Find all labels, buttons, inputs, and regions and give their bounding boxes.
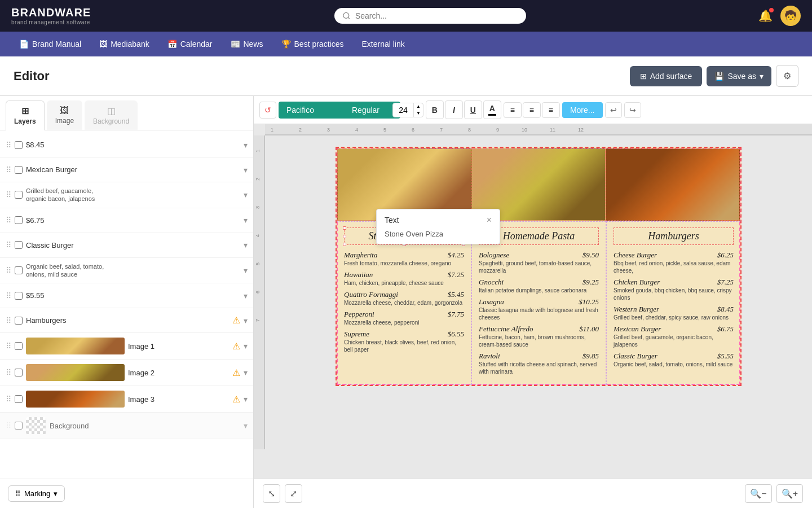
chevron-down-icon[interactable]: ▾: [244, 316, 248, 325]
svg-text:2: 2: [299, 127, 302, 133]
drag-handle-icon: ⠿: [6, 240, 11, 249]
nav-external-link[interactable]: External link: [354, 36, 412, 52]
refresh-button[interactable]: ↺: [259, 102, 276, 119]
tab-background[interactable]: ◫ Background: [85, 100, 138, 130]
bold-button[interactable]: B: [426, 100, 444, 119]
layer-item[interactable]: ⠿ Image 2 ⚠ ▾: [0, 360, 253, 386]
resize-handle-bl[interactable]: [343, 243, 346, 246]
layer-checkbox[interactable]: [15, 216, 23, 224]
menu-item-row: Western Burger$8.45 Grilled beef, chedda…: [614, 305, 734, 321]
canvas-viewport[interactable]: 1 2 3 4 5 6 7 8 9 10 11 12 1: [254, 124, 812, 479]
undo-button[interactable]: ↩: [605, 102, 622, 118]
resize-handle-ml[interactable]: [343, 235, 346, 238]
zoom-out-button[interactable]: 🔍−: [745, 484, 771, 503]
layer-item[interactable]: ⠿ Grilled beef, guacamole,organic bacon,…: [0, 182, 253, 208]
chevron-down-icon[interactable]: ▾: [244, 266, 248, 275]
drag-handle-icon: ⠿: [6, 291, 11, 300]
layer-name: Background: [50, 422, 240, 430]
chevron-down-icon[interactable]: ▾: [244, 291, 248, 300]
item-name: Gnocchi: [479, 278, 504, 287]
svg-text:6: 6: [412, 127, 414, 133]
chevron-down-icon[interactable]: ▾: [244, 240, 248, 249]
chevron-down-icon[interactable]: ▾: [244, 395, 248, 404]
nav-calendar[interactable]: 📅 Calendar: [160, 36, 220, 52]
item-price: $5.45: [448, 290, 464, 299]
chevron-down-icon[interactable]: ▾: [244, 368, 248, 377]
item-desc: Italian potatoe dumplings, sauce carbona…: [479, 287, 599, 294]
more-button[interactable]: More...: [562, 102, 603, 118]
notifications-button[interactable]: 🔔: [758, 9, 773, 23]
layer-item[interactable]: ⠿ Mexican Burger ▾: [0, 157, 253, 182]
layer-item[interactable]: ⠿ Organic beef, salad, tomato,onions, mi…: [0, 258, 253, 284]
layer-checkbox[interactable]: [15, 191, 23, 199]
svg-text:3: 3: [327, 127, 330, 133]
font-family-select[interactable]: Pacifico: [279, 102, 352, 119]
font-size-up-button[interactable]: ▲: [413, 103, 423, 110]
layer-checkbox[interactable]: [15, 141, 23, 149]
layer-item[interactable]: ⠿ Hamburgers ⚠ ▾: [0, 308, 253, 333]
chevron-down-icon[interactable]: ▾: [244, 190, 248, 199]
tab-layers[interactable]: ⊞ Layers: [6, 100, 45, 130]
fit-width-button[interactable]: ⤢: [285, 484, 302, 503]
nav-news[interactable]: 📰 News: [223, 36, 271, 52]
layer-checkbox[interactable]: [15, 266, 23, 274]
chevron-down-icon[interactable]: ▾: [244, 165, 248, 174]
menu-col-title[interactable]: Hamburgers: [614, 227, 734, 245]
nav-brand-manual[interactable]: 📄 Brand Manual: [11, 36, 89, 52]
search-input[interactable]: [355, 11, 518, 20]
chevron-down-icon[interactable]: ▾: [244, 341, 248, 351]
tooltip-close-button[interactable]: ×: [487, 215, 492, 225]
align-center-button[interactable]: ≡: [523, 102, 541, 118]
item-price: $6.55: [448, 330, 464, 339]
svg-text:4: 4: [255, 234, 261, 237]
layer-checkbox[interactable]: [15, 342, 23, 350]
resize-handle-tl[interactable]: [343, 226, 346, 230]
warning-icon: ⚠: [232, 394, 240, 405]
chevron-down-icon[interactable]: ▾: [244, 141, 248, 150]
layer-checkbox[interactable]: [15, 317, 23, 325]
layer-checkbox[interactable]: [15, 422, 23, 430]
layer-item[interactable]: ⠿ $6.75 ▾: [0, 208, 253, 233]
layer-item[interactable]: ⠿ Classic Burger ▾: [0, 233, 253, 258]
layer-item[interactable]: ⠿ $8.45 ▾: [0, 133, 253, 157]
layer-checkbox[interactable]: [15, 369, 23, 376]
layer-name: $5.55: [26, 291, 240, 300]
add-surface-button[interactable]: ⊞ Add surface: [630, 66, 703, 86]
column-title-label: Homemade Pasta: [503, 230, 575, 242]
nav-mediabank[interactable]: 🖼 Mediabank: [91, 36, 157, 52]
layer-item[interactable]: ⠿ $5.55 ▾: [0, 283, 253, 308]
italic-button[interactable]: I: [445, 100, 463, 119]
drag-handle-icon: ⠿: [6, 341, 11, 351]
layer-checkbox[interactable]: [15, 166, 23, 174]
settings-button[interactable]: ⚙: [776, 65, 798, 87]
layer-checkbox[interactable]: [15, 241, 23, 249]
align-left-button[interactable]: ≡: [504, 102, 522, 118]
tab-image[interactable]: 🖼 Image: [47, 100, 82, 130]
align-right-button[interactable]: ≡: [542, 102, 560, 118]
underline-button[interactable]: U: [464, 100, 482, 119]
menu-card[interactable]: Stone Oven Pizza M: [336, 147, 742, 386]
chevron-down-icon[interactable]: ▾: [244, 421, 248, 430]
layer-item[interactable]: ⠿ Image 3 ⚠ ▾: [0, 386, 253, 413]
font-size-down-button[interactable]: ▼: [413, 110, 423, 117]
avatar[interactable]: 🧒: [780, 6, 801, 26]
chevron-down-icon[interactable]: ▾: [244, 216, 248, 225]
menu-item-row: Classic Burger$5.55 Organic beef, salad,…: [614, 352, 734, 368]
redo-button[interactable]: ↪: [624, 102, 641, 118]
nav-best-practices[interactable]: 🏆 Best practices: [273, 36, 352, 52]
layer-item[interactable]: ⠿ Image 1 ⚠ ▾: [0, 333, 253, 360]
marking-button[interactable]: ⠿ Marking ▾: [8, 485, 65, 502]
layer-checkbox[interactable]: [15, 292, 23, 300]
text-color-button[interactable]: A: [483, 100, 501, 119]
topbar-right: 🔔 🧒: [758, 6, 801, 26]
svg-text:9: 9: [496, 127, 499, 133]
layer-checkbox[interactable]: [15, 395, 23, 403]
notification-dot: [769, 8, 774, 12]
layer-item-background[interactable]: ⠿ Background ▾: [0, 413, 253, 439]
font-style-select[interactable]: Regular: [344, 102, 400, 119]
layer-name: Image 3: [128, 395, 227, 404]
save-as-button[interactable]: 💾 Save as ▾: [707, 66, 771, 86]
zoom-in-button[interactable]: 🔍+: [776, 484, 803, 503]
fit-page-button[interactable]: ⤡: [263, 484, 280, 503]
nav-calendar-label: Calendar: [180, 40, 213, 49]
